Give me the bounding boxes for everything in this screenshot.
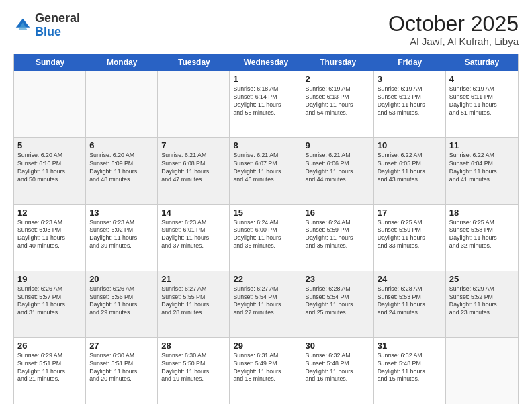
cell-info: Sunrise: 6:28 AMSunset: 5:54 PMDaylight:… (306, 285, 370, 318)
header-day-sunday: Sunday (14, 54, 86, 71)
cell-info: Sunrise: 6:23 AMSunset: 6:02 PMDaylight:… (89, 219, 154, 251)
calendar-cell-17: 17Sunrise: 6:25 AMSunset: 5:59 PMDayligh… (374, 205, 446, 271)
day-number: 14 (161, 208, 226, 218)
day-number: 17 (378, 208, 442, 218)
calendar-cell-14: 14Sunrise: 6:23 AMSunset: 6:01 PMDayligh… (158, 205, 230, 271)
cell-info: Sunrise: 6:29 AMSunset: 5:52 PMDaylight:… (449, 285, 515, 318)
header: General Blue October 2025 Al Jawf, Al Ku… (13, 12, 519, 47)
day-number: 27 (89, 340, 154, 351)
logo: General Blue (13, 12, 80, 39)
calendar-cell-10: 10Sunrise: 6:22 AMSunset: 6:05 PMDayligh… (374, 138, 446, 203)
day-number: 22 (233, 274, 298, 284)
calendar-cell-2: 2Sunrise: 6:19 AMSunset: 6:13 PMDaylight… (302, 71, 374, 137)
day-number: 3 (378, 74, 442, 84)
cell-info: Sunrise: 6:30 AMSunset: 5:50 PMDaylight:… (161, 352, 226, 384)
title-block: October 2025 Al Jawf, Al Kufrah, Libya (388, 12, 519, 47)
calendar-cell-empty (14, 71, 86, 137)
calendar-week-2: 5Sunrise: 6:20 AMSunset: 6:10 PMDaylight… (14, 137, 518, 203)
calendar-cell-25: 25Sunrise: 6:29 AMSunset: 5:52 PMDayligh… (446, 271, 518, 337)
logo-icon (13, 16, 32, 35)
cell-info: Sunrise: 6:31 AMSunset: 5:49 PMDaylight:… (233, 352, 298, 384)
day-number: 30 (306, 340, 370, 351)
cell-info: Sunrise: 6:27 AMSunset: 5:55 PMDaylight:… (161, 285, 226, 318)
calendar-cell-28: 28Sunrise: 6:30 AMSunset: 5:50 PMDayligh… (158, 338, 230, 404)
day-number: 20 (89, 274, 154, 284)
cell-info: Sunrise: 6:18 AMSunset: 6:14 PMDaylight:… (233, 85, 298, 118)
day-number: 11 (449, 140, 515, 150)
cell-info: Sunrise: 6:19 AMSunset: 6:13 PMDaylight:… (306, 85, 370, 118)
cell-info: Sunrise: 6:22 AMSunset: 6:04 PMDaylight:… (449, 152, 515, 184)
calendar-week-5: 26Sunrise: 6:29 AMSunset: 5:51 PMDayligh… (14, 337, 518, 404)
calendar-cell-29: 29Sunrise: 6:31 AMSunset: 5:49 PMDayligh… (230, 338, 302, 404)
day-number: 16 (306, 208, 370, 218)
cell-info: Sunrise: 6:20 AMSunset: 6:10 PMDaylight:… (17, 152, 82, 184)
calendar-cell-3: 3Sunrise: 6:19 AMSunset: 6:12 PMDaylight… (374, 71, 446, 137)
calendar-cell-16: 16Sunrise: 6:24 AMSunset: 5:59 PMDayligh… (302, 205, 374, 271)
header-day-saturday: Saturday (446, 54, 518, 71)
day-number: 18 (449, 208, 515, 218)
calendar-cell-22: 22Sunrise: 6:27 AMSunset: 5:54 PMDayligh… (230, 271, 302, 337)
day-number: 4 (449, 74, 515, 84)
calendar-cell-21: 21Sunrise: 6:27 AMSunset: 5:55 PMDayligh… (158, 271, 230, 337)
logo-blue: Blue (35, 25, 61, 38)
day-number: 10 (378, 140, 442, 150)
cell-info: Sunrise: 6:23 AMSunset: 6:01 PMDaylight:… (161, 219, 226, 251)
day-number: 19 (17, 274, 82, 284)
cell-info: Sunrise: 6:19 AMSunset: 6:11 PMDaylight:… (449, 85, 515, 118)
day-number: 21 (161, 274, 226, 284)
calendar: SundayMondayTuesdayWednesdayThursdayFrid… (13, 54, 519, 404)
cell-info: Sunrise: 6:28 AMSunset: 5:53 PMDaylight:… (378, 285, 442, 318)
calendar-cell-11: 11Sunrise: 6:22 AMSunset: 6:04 PMDayligh… (446, 138, 518, 203)
calendar-cell-7: 7Sunrise: 6:21 AMSunset: 6:08 PMDaylight… (158, 138, 230, 203)
cell-info: Sunrise: 6:19 AMSunset: 6:12 PMDaylight:… (378, 85, 442, 118)
day-number: 26 (17, 340, 82, 351)
logo-general: General (35, 11, 80, 25)
day-number: 29 (233, 340, 298, 351)
day-number: 25 (449, 274, 515, 284)
month-title: October 2025 (388, 12, 519, 36)
cell-info: Sunrise: 6:24 AMSunset: 5:59 PMDaylight:… (306, 219, 370, 251)
cell-info: Sunrise: 6:27 AMSunset: 5:54 PMDaylight:… (233, 285, 298, 318)
cell-info: Sunrise: 6:21 AMSunset: 6:06 PMDaylight:… (306, 152, 370, 184)
location: Al Jawf, Al Kufrah, Libya (388, 36, 519, 47)
calendar-cell-6: 6Sunrise: 6:20 AMSunset: 6:09 PMDaylight… (86, 138, 158, 203)
calendar-cell-20: 20Sunrise: 6:26 AMSunset: 5:56 PMDayligh… (86, 271, 158, 337)
cell-info: Sunrise: 6:20 AMSunset: 6:09 PMDaylight:… (89, 152, 154, 184)
calendar-cell-31: 31Sunrise: 6:32 AMSunset: 5:48 PMDayligh… (374, 338, 446, 404)
cell-info: Sunrise: 6:29 AMSunset: 5:51 PMDaylight:… (17, 352, 82, 384)
day-number: 6 (89, 140, 154, 150)
cell-info: Sunrise: 6:25 AMSunset: 5:59 PMDaylight:… (378, 219, 442, 251)
calendar-cell-4: 4Sunrise: 6:19 AMSunset: 6:11 PMDaylight… (446, 71, 518, 137)
calendar-cell-23: 23Sunrise: 6:28 AMSunset: 5:54 PMDayligh… (302, 271, 374, 337)
day-number: 13 (89, 208, 154, 218)
day-number: 8 (233, 140, 298, 150)
header-day-friday: Friday (374, 54, 446, 71)
cell-info: Sunrise: 6:25 AMSunset: 5:58 PMDaylight:… (449, 219, 515, 251)
header-day-wednesday: Wednesday (230, 54, 302, 71)
day-number: 12 (17, 208, 82, 218)
calendar-cell-empty (158, 71, 230, 137)
cell-info: Sunrise: 6:30 AMSunset: 5:51 PMDaylight:… (89, 352, 154, 384)
day-number: 7 (161, 140, 226, 150)
calendar-cell-8: 8Sunrise: 6:21 AMSunset: 6:07 PMDaylight… (230, 138, 302, 203)
calendar-cell-15: 15Sunrise: 6:24 AMSunset: 6:00 PMDayligh… (230, 205, 302, 271)
header-day-monday: Monday (86, 54, 158, 71)
calendar-cell-13: 13Sunrise: 6:23 AMSunset: 6:02 PMDayligh… (86, 205, 158, 271)
cell-info: Sunrise: 6:22 AMSunset: 6:05 PMDaylight:… (378, 152, 442, 184)
cell-info: Sunrise: 6:26 AMSunset: 5:57 PMDaylight:… (17, 285, 82, 318)
page: General Blue October 2025 Al Jawf, Al Ku… (0, 0, 532, 411)
calendar-cell-9: 9Sunrise: 6:21 AMSunset: 6:06 PMDaylight… (302, 138, 374, 203)
calendar-cell-19: 19Sunrise: 6:26 AMSunset: 5:57 PMDayligh… (14, 271, 86, 337)
logo-text: General Blue (35, 12, 80, 39)
cell-info: Sunrise: 6:23 AMSunset: 6:03 PMDaylight:… (17, 219, 82, 251)
day-number: 15 (233, 208, 298, 218)
calendar-cell-26: 26Sunrise: 6:29 AMSunset: 5:51 PMDayligh… (14, 338, 86, 404)
calendar-cell-27: 27Sunrise: 6:30 AMSunset: 5:51 PMDayligh… (86, 338, 158, 404)
day-number: 5 (17, 140, 82, 150)
cell-info: Sunrise: 6:26 AMSunset: 5:56 PMDaylight:… (89, 285, 154, 318)
calendar-cell-empty (86, 71, 158, 137)
calendar-cell-18: 18Sunrise: 6:25 AMSunset: 5:58 PMDayligh… (446, 205, 518, 271)
cell-info: Sunrise: 6:32 AMSunset: 5:48 PMDaylight:… (306, 352, 370, 384)
day-number: 2 (306, 74, 370, 84)
calendar-cell-12: 12Sunrise: 6:23 AMSunset: 6:03 PMDayligh… (14, 205, 86, 271)
